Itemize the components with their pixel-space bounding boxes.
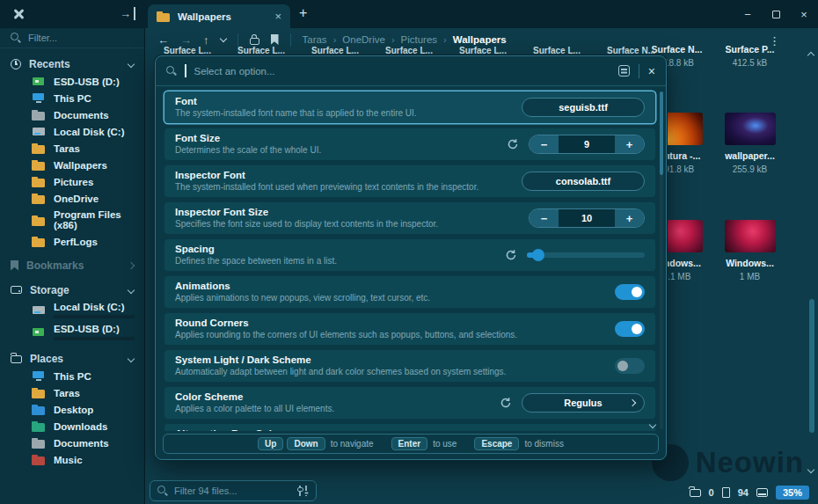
sidebar-section-header[interactable]: Recents [0,55,144,73]
file-name[interactable]: Surface L... [164,46,211,55]
item-icon [32,76,46,87]
sidebar-item[interactable]: Documents [0,106,144,123]
close-button[interactable]: × [790,8,818,21]
item-icon [32,404,46,415]
dialog-search-input[interactable]: Select an option... [194,66,275,77]
sidebar-item[interactable]: Program Files (x86) [0,207,144,233]
chevron-icon[interactable] [128,60,135,67]
increment-button[interactable]: + [615,209,644,227]
new-tab-button[interactable]: + [299,5,307,21]
dialog-hint-bar: UpDown to navigate Enter to use Escape t… [163,434,659,454]
value-button[interactable]: seguisb.ttf [522,98,645,117]
slider[interactable] [527,252,645,258]
chevron-icon[interactable] [128,261,135,268]
item-icon [32,437,46,449]
sidebar-item[interactable]: Local Disk (C:) [0,123,144,140]
value-button[interactable]: Regulus [522,393,645,413]
settings-row[interactable]: Inspector Font The system-installed font… [164,165,655,197]
file-item[interactable]: Windows... 1 MB [713,220,786,281]
disk-usage-badge[interactable]: 35% [776,486,809,500]
chevron-icon[interactable] [128,354,135,362]
slider-knob[interactable] [532,249,544,261]
sidebar-item[interactable]: Wallpapers [0,157,144,173]
sidebar-item[interactable]: This PC [0,368,144,384]
reset-icon[interactable] [500,397,512,409]
settings-row[interactable]: Inspector Font Size Specifies the font s… [164,202,655,234]
file-item[interactable]: Surface P... 412.5 kB [713,44,786,68]
sidebar-section-header[interactable]: Places [0,349,144,368]
decrement-button[interactable]: − [530,135,559,153]
folder-count-icon [690,489,701,497]
sidebar-section-header[interactable]: Storage [0,281,144,299]
collapse-sidebar-icon[interactable]: → [120,7,135,20]
toggle-switch[interactable] [615,284,645,300]
file-name[interactable]: Surface L... [459,46,507,55]
setting-title: Font [175,95,515,107]
dialog-close-icon[interactable]: × [648,64,655,78]
stepper[interactable]: − 10 + [529,208,645,228]
keyboard-hint: UpDown to navigate [258,437,374,450]
setting-description: Applies rounding to the corners of UI el… [175,330,515,340]
section-items: ESD-USB (D:) This PC Documents Local Dis… [0,73,144,250]
settings-row[interactable]: Font Size Determines the scale of the wh… [164,128,655,160]
settings-row[interactable]: Alternating Row Colors Applies alternati… [164,424,655,431]
hint-keys: Escape [474,437,519,450]
reset-icon[interactable] [505,249,517,261]
file-name[interactable]: Surface L... [237,46,285,55]
tab-close-icon[interactable]: × [274,11,281,22]
reset-icon[interactable] [507,138,519,150]
sidebar-item[interactable]: Music [0,451,144,468]
tab-wallpapers[interactable]: Wallpapers × [148,4,290,28]
decrement-button[interactable]: − [530,209,559,227]
toggle-switch[interactable] [615,321,645,337]
sidebar-item[interactable]: ESD-USB (D:) [0,321,144,343]
maximize-button[interactable] [762,8,790,21]
sidebar-item-label: Desktop [54,405,93,415]
sidebar-item[interactable]: Downloads [0,418,144,435]
dialog-scrollbar-thumb[interactable] [660,91,663,175]
setting-title: Round Corners [175,317,515,329]
settings-row[interactable]: Color Scheme Applies a color palette to … [164,387,655,419]
toggle-switch[interactable] [615,358,645,374]
sidebar-item[interactable]: PerfLogs [0,233,144,250]
file-name[interactable]: Surface L... [533,46,581,55]
sidebar-item[interactable]: ESD-USB (D:) [0,73,144,90]
dialog-scrollbar[interactable] [660,91,663,429]
value-button[interactable]: consolab.ttf [522,172,645,191]
section-icon [11,286,22,294]
keyboard-hint: Enter to use [391,437,457,450]
section-icon [11,260,18,271]
settings-row[interactable]: Round Corners Applies rounding to the co… [164,313,655,345]
scrollbar-thumb[interactable] [809,299,814,433]
minimize-button[interactable]: − [734,8,762,21]
sidebar-item[interactable]: Local Disk (C:) [0,299,144,321]
sidebar-item[interactable]: This PC [0,90,144,106]
tab-label: Wallpapers [178,11,267,22]
filter-options-icon[interactable] [297,486,309,496]
increment-button[interactable]: + [615,135,644,153]
file-item[interactable]: wallpaper... 255.9 kB [713,113,786,174]
file-name[interactable]: Surface L... [385,46,433,55]
stepper[interactable]: − 9 + [529,135,645,154]
search-icon [11,33,21,43]
sidebar-item[interactable]: Taras [0,384,144,401]
sidebar-item[interactable]: Taras [0,140,144,157]
sidebar-item[interactable]: Desktop [0,401,144,418]
options-list-icon[interactable] [618,65,630,77]
sidebar-item-label: Local Disk (C:) [54,302,135,312]
settings-row[interactable]: Spacing Defines the space between items … [164,239,655,271]
sidebar-filter[interactable]: Filter... [0,28,144,48]
settings-row[interactable]: System Light / Dark Scheme Automatically… [164,350,655,382]
settings-row[interactable]: Animations Applies animations to new pop… [164,276,655,308]
sidebar-section-header[interactable]: Bookmarks [0,256,144,274]
settings-row[interactable]: Font The system-installed font name that… [164,91,655,123]
folder-count: 0 [709,487,714,498]
file-name[interactable]: Surface L... [311,46,359,55]
hint-keys: UpDown [258,437,325,450]
sidebar-item[interactable]: Pictures [0,173,144,190]
file-filter-input[interactable]: Filter 94 files... [150,480,317,501]
item-icon [32,159,46,171]
sidebar-item[interactable]: Documents [0,435,144,451]
sidebar-item[interactable]: OneDrive [0,190,144,207]
chevron-icon[interactable] [128,286,135,293]
